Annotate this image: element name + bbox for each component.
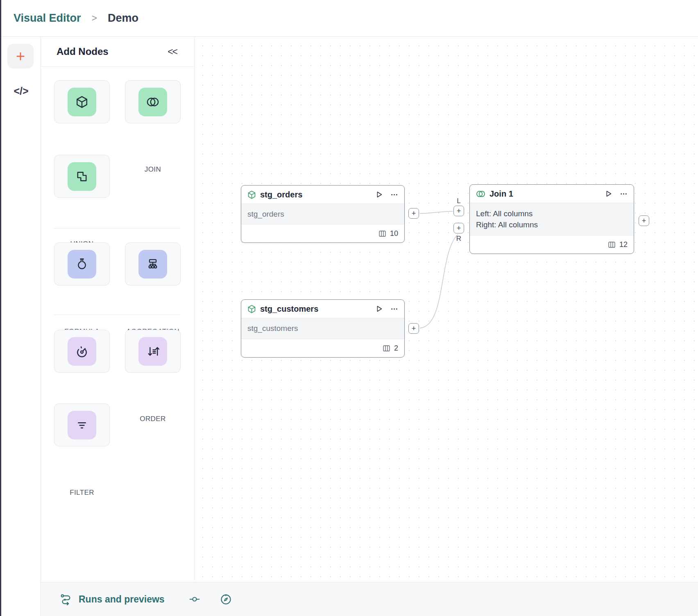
- add-nodes-panel: Add Nodes << MODEL JOIN UNION: [41, 37, 195, 580]
- add-button[interactable]: +: [7, 44, 34, 68]
- window-edge: [0, 0, 1, 616]
- runs-and-previews-label: Runs and previews: [79, 594, 165, 605]
- stg-orders-output-handle[interactable]: +: [408, 208, 419, 219]
- breadcrumb-root-link[interactable]: Visual Editor: [14, 12, 81, 25]
- sort-icon: [138, 337, 167, 366]
- aggregation-icon: [138, 250, 167, 279]
- runs-icon: [60, 593, 73, 606]
- node-menu-button[interactable]: [390, 190, 399, 199]
- join-left-handle-label: L: [455, 197, 463, 205]
- plus-icon: +: [642, 217, 646, 224]
- plus-icon: +: [16, 48, 25, 64]
- palette-label-order: ORDER: [116, 415, 190, 423]
- node-menu-button[interactable]: [619, 190, 628, 198]
- node-subtitle: stg_orders: [247, 210, 398, 219]
- cube-icon: [247, 190, 256, 199]
- palette-tile-join[interactable]: [125, 80, 181, 123]
- run-node-button[interactable]: [374, 304, 383, 313]
- union-icon: [68, 162, 96, 191]
- palette-tile-filter[interactable]: [54, 403, 110, 446]
- join-right-input-handle[interactable]: +: [453, 223, 464, 233]
- run-node-button[interactable]: [374, 190, 383, 199]
- node-join-1[interactable]: Join 1 Left: All columns Right: All colu…: [469, 184, 634, 254]
- column-count: 10: [390, 229, 398, 238]
- breadcrumb-separator: >: [92, 13, 97, 24]
- columns-icon: [378, 229, 387, 238]
- cube-icon: [68, 88, 96, 116]
- column-count: 12: [619, 240, 628, 249]
- node-subtitle: stg_customers: [247, 324, 398, 333]
- plus-icon: +: [457, 207, 461, 215]
- plus-icon: +: [457, 224, 461, 232]
- join-right-config: Right: All columns: [476, 219, 628, 230]
- join-icon: [476, 189, 486, 199]
- page-title: Demo: [108, 12, 138, 25]
- runs-and-previews-button[interactable]: Runs and previews: [60, 593, 165, 606]
- left-toolbar: + </>: [1, 37, 41, 616]
- join-right-handle-label: R: [455, 235, 463, 243]
- node-menu-button[interactable]: [390, 305, 399, 313]
- node-stg-customers[interactable]: stg_customers stg_customers 2: [241, 299, 405, 358]
- run-node-button[interactable]: [604, 189, 613, 198]
- palette-tile-formula[interactable]: [54, 242, 110, 285]
- join-left-config: Left: All columns: [476, 208, 628, 219]
- collapse-panel-button[interactable]: <<: [168, 46, 177, 57]
- node-stg-orders[interactable]: stg_orders stg_orders 10: [241, 185, 405, 243]
- join-icon: [138, 88, 167, 116]
- palette-tile-union[interactable]: [54, 155, 110, 198]
- palette-tile-aggregation[interactable]: [125, 242, 181, 285]
- columns-icon: [607, 240, 616, 249]
- cube-icon: [247, 304, 256, 314]
- palette-tile-limit[interactable]: [54, 330, 110, 373]
- node-title: Join 1: [490, 189, 600, 199]
- panel-title: Add Nodes: [57, 46, 109, 57]
- breadcrumb: Visual Editor > Demo: [0, 0, 698, 37]
- join-left-input-handle[interactable]: +: [453, 206, 464, 216]
- stg-customers-output-handle[interactable]: +: [408, 323, 419, 334]
- column-count: 2: [394, 344, 398, 353]
- columns-icon: [382, 344, 391, 353]
- palette-divider: [53, 315, 180, 315]
- palette-label-join: JOIN: [116, 165, 190, 174]
- palette-divider: [53, 228, 180, 229]
- gauge-icon: [68, 337, 96, 366]
- filter-icon: [68, 411, 96, 439]
- palette-tile-order[interactable]: [125, 330, 181, 373]
- flask-icon: [68, 250, 96, 279]
- node-title: stg_customers: [260, 304, 371, 314]
- plus-icon: +: [412, 210, 416, 217]
- node-title: stg_orders: [260, 190, 371, 199]
- palette-label-filter: FILTER: [45, 489, 119, 497]
- commit-icon[interactable]: [188, 593, 201, 605]
- bottom-status-bar: Runs and previews: [41, 582, 698, 616]
- compass-icon[interactable]: [220, 593, 232, 606]
- join-output-handle[interactable]: +: [639, 215, 649, 226]
- plus-icon: +: [412, 325, 416, 332]
- code-icon: </>: [14, 85, 28, 97]
- code-view-button[interactable]: </>: [1, 83, 41, 99]
- palette-tile-model[interactable]: [54, 80, 110, 123]
